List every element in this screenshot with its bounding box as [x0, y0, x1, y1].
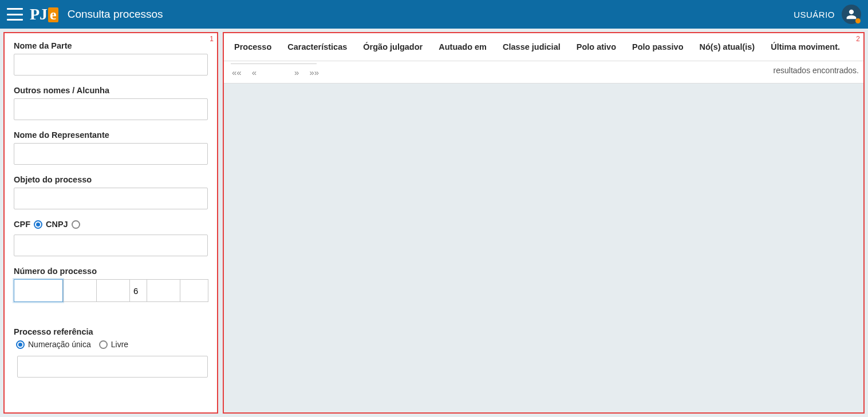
status-dot-icon — [855, 18, 861, 23]
col-processo[interactable]: Processo — [226, 42, 279, 51]
field-outros-nomes: Outros nomes / Alcunha — [14, 86, 208, 120]
col-classe-judicial[interactable]: Classe judicial — [495, 42, 569, 51]
label-livre: Livre — [111, 340, 128, 349]
input-nome-parte[interactable] — [14, 54, 208, 76]
pager-first[interactable]: «« — [232, 67, 242, 77]
field-nome-representante: Nome do Representante — [14, 130, 208, 165]
results-table-header: Processo Características Órgão julgador … — [224, 33, 863, 61]
col-caracteristicas[interactable]: Características — [279, 42, 355, 51]
app-header: PJe Consulta processos USUÁRIO — [0, 0, 868, 29]
logo-e: e — [48, 7, 58, 22]
pager-divider — [231, 63, 317, 64]
col-polo-ativo[interactable]: Polo ativo — [569, 42, 624, 51]
user-avatar[interactable] — [842, 5, 861, 24]
input-proc-part6[interactable] — [180, 279, 208, 302]
input-doc-number[interactable] — [14, 235, 208, 256]
radio-numeracao-unica[interactable] — [16, 340, 25, 349]
label-processo-referencia: Processo referência — [14, 327, 208, 336]
input-proc-part5[interactable] — [147, 279, 180, 302]
radio-livre[interactable] — [99, 340, 108, 349]
label-numeracao-unica: Numeração única — [28, 340, 91, 349]
col-nos-atuais[interactable]: Nó(s) atual(is) — [692, 42, 763, 51]
main-layout: 1 Nome da Parte Outros nomes / Alcunha N… — [0, 29, 868, 417]
field-nome-parte: Nome da Parte — [14, 41, 208, 76]
label-nome-parte: Nome da Parte — [14, 41, 208, 50]
label-outros-nomes: Outros nomes / Alcunha — [14, 86, 208, 95]
user-label: USUÁRIO — [794, 10, 835, 19]
field-numero-processo: Número do processo — [14, 267, 208, 302]
results-count-label: resultados encontrados. — [774, 66, 859, 75]
label-nome-representante: Nome do Representante — [14, 130, 208, 140]
input-outros-nomes[interactable] — [14, 98, 208, 120]
col-autuado-em[interactable]: Autuado em — [431, 42, 495, 51]
pager: «« « » »» — [228, 67, 319, 77]
header-left: PJe Consulta processos — [7, 5, 163, 23]
label-objeto-processo: Objeto do processo — [14, 175, 208, 184]
page-title: Consulta processos — [68, 8, 163, 21]
results-body — [224, 84, 863, 412]
person-icon — [846, 9, 857, 20]
annotation-badge-2: 2 — [856, 35, 860, 43]
numero-processo-inputs — [14, 279, 208, 302]
input-nome-representante[interactable] — [14, 143, 208, 165]
input-proc-part2[interactable] — [63, 279, 96, 302]
app-logo[interactable]: PJe — [30, 5, 58, 23]
col-ultima-moviment[interactable]: Última moviment. — [763, 42, 848, 51]
radio-cnpj[interactable] — [72, 220, 80, 229]
annotation-badge-1: 1 — [210, 35, 214, 43]
field-processo-referencia: Processo referência Numeração única Livr… — [14, 327, 208, 378]
input-proc-part1[interactable] — [14, 279, 63, 302]
field-objeto-processo: Objeto do processo — [14, 175, 208, 209]
label-numero-processo: Número do processo — [14, 267, 208, 276]
ref-radio-row: Numeração única Livre — [16, 340, 208, 349]
input-processo-referencia[interactable] — [17, 356, 208, 378]
input-proc-part4[interactable] — [129, 279, 147, 302]
col-orgao-julgador[interactable]: Órgão julgador — [355, 42, 431, 51]
search-filters-panel: 1 Nome da Parte Outros nomes / Alcunha N… — [3, 32, 218, 414]
logo-pj: PJ — [30, 5, 48, 23]
pager-prev[interactable]: « — [252, 67, 257, 77]
field-doc-type: CPF CNPJ — [14, 220, 208, 256]
doc-type-radio-row: CPF CNPJ — [14, 220, 208, 229]
radio-cpf[interactable] — [34, 220, 42, 229]
pager-last[interactable]: »» — [309, 67, 319, 77]
pager-next[interactable]: » — [294, 67, 299, 77]
label-cnpj: CNPJ — [46, 220, 68, 229]
menu-icon[interactable] — [7, 8, 23, 21]
col-polo-passivo[interactable]: Polo passivo — [624, 42, 691, 51]
input-objeto-processo[interactable] — [14, 188, 208, 209]
label-cpf: CPF — [14, 220, 30, 229]
input-proc-part3[interactable] — [96, 279, 129, 302]
header-right: USUÁRIO — [794, 5, 861, 24]
results-panel: 2 Processo Características Órgão julgado… — [223, 32, 865, 414]
results-footer: «« « » »» resultados encontrados. — [224, 61, 863, 84]
